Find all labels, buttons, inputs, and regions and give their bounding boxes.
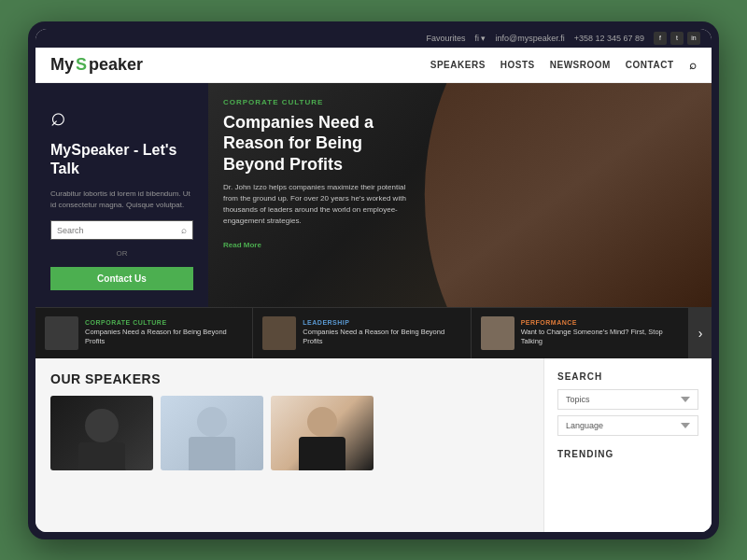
hero-description: Dr. John Izzo helps companies maximize t… xyxy=(223,182,410,227)
search-section-title: SEARCH xyxy=(557,371,698,382)
thumb-image-3 xyxy=(481,316,514,350)
thumb-text-2: LEADERSHIP Companies Need a Reason for B… xyxy=(303,319,460,346)
or-label: OR xyxy=(50,249,193,258)
speakers-section-title: OUR SPEAKERS xyxy=(50,371,529,386)
social-icons: f t in xyxy=(654,32,700,45)
thumb-image-2 xyxy=(262,316,296,350)
svg-rect-4 xyxy=(189,437,235,470)
hero-section: ⌕ MySpeaker - Let's Talk Curabitur lobor… xyxy=(35,83,712,307)
sidebar-right: SEARCH Topics Language TRENDING xyxy=(543,358,712,532)
topics-select[interactable]: Topics xyxy=(557,389,698,410)
hero-category-tag: CORPORATE CULTURE xyxy=(223,98,410,106)
screen: Favourites fi ▾ info@myspeaker.fi +358 1… xyxy=(35,29,712,532)
thumb-title-2: Companies Need a Reason for Being Beyond… xyxy=(303,328,460,346)
speakers-grid xyxy=(50,396,529,470)
twitter-icon[interactable]: t xyxy=(670,32,684,45)
thumb-tag-3: PERFORMANCE xyxy=(521,319,679,326)
hero-sidebar-title: MySpeaker - Let's Talk xyxy=(50,141,193,180)
hero-search-icon-large: ⌕ xyxy=(50,102,84,132)
thumbnails-next-button[interactable]: › xyxy=(689,308,712,358)
speaker-card-2[interactable] xyxy=(161,396,263,470)
search-submit-button[interactable]: ⌕ xyxy=(181,225,187,235)
language-select[interactable]: Language xyxy=(557,415,698,436)
thumb-text-3: PERFORMANCE Want to Change Someone's Min… xyxy=(521,319,679,346)
lower-section: OUR SPEAKERS xyxy=(35,358,712,532)
thumb-item-2[interactable]: LEADERSHIP Companies Need a Reason for B… xyxy=(253,308,471,358)
thumb-item-1[interactable]: CORPORATE CULTURE Companies Need a Reaso… xyxy=(35,308,253,358)
contact-us-button[interactable]: Contact Us xyxy=(50,267,193,290)
hero-title: Companies Need a Reason for Being Beyond… xyxy=(223,112,410,175)
svg-point-5 xyxy=(307,407,337,437)
tablet-frame: Favourites fi ▾ info@myspeaker.fi +358 1… xyxy=(28,21,719,539)
hero-search-box[interactable]: ⌕ xyxy=(50,220,193,240)
speaker-card-3[interactable] xyxy=(271,396,374,470)
logo[interactable]: MySpeaker xyxy=(50,55,143,75)
hero-main: CORPORATE CULTURE Companies Need a Reaso… xyxy=(208,83,712,307)
svg-rect-2 xyxy=(78,442,125,470)
speaker-card-1[interactable] xyxy=(50,396,153,470)
nav-hosts[interactable]: HOSTS xyxy=(500,60,535,70)
email-link[interactable]: info@myspeaker.fi xyxy=(496,34,565,43)
nav-newsroom[interactable]: NEWSROOM xyxy=(550,60,611,70)
thumb-tag-2: LEADERSHIP xyxy=(303,319,460,326)
hero-sidebar: ⌕ MySpeaker - Let's Talk Curabitur lobor… xyxy=(35,83,208,307)
thumbnails-bar: CORPORATE CULTURE Companies Need a Reaso… xyxy=(35,307,712,358)
read-more-link[interactable]: Read More xyxy=(223,241,261,249)
svg-point-1 xyxy=(85,409,119,442)
search-icon[interactable]: ⌕ xyxy=(689,58,698,72)
header: MySpeaker SPEAKERS HOSTS NEWSROOM CONTAC… xyxy=(35,48,712,83)
favourites-label: Favourites xyxy=(426,34,465,43)
search-input[interactable] xyxy=(57,226,177,235)
flag-selector[interactable]: fi ▾ xyxy=(474,34,486,43)
top-bar: Favourites fi ▾ info@myspeaker.fi +358 1… xyxy=(35,29,712,48)
thumb-item-3[interactable]: PERFORMANCE Want to Change Someone's Min… xyxy=(472,308,689,358)
facebook-icon[interactable]: f xyxy=(654,32,667,45)
thumb-title-3: Want to Change Someone's Mind? First, St… xyxy=(521,328,679,346)
thumb-title-1: Companies Need a Reason for Being Beyond… xyxy=(85,328,243,346)
hero-text-content: CORPORATE CULTURE Companies Need a Reaso… xyxy=(223,98,410,252)
thumb-image-1 xyxy=(45,316,78,350)
speakers-section: OUR SPEAKERS xyxy=(35,358,543,532)
linkedin-icon[interactable]: in xyxy=(687,32,700,45)
svg-point-3 xyxy=(197,407,227,437)
thumb-text-1: CORPORATE CULTURE Companies Need a Reaso… xyxy=(85,319,243,346)
trending-title: TRENDING xyxy=(557,449,698,459)
phone-number: +358 12 345 67 89 xyxy=(574,34,644,43)
svg-rect-6 xyxy=(299,437,345,470)
nav-speakers[interactable]: SPEAKERS xyxy=(430,60,486,70)
nav-contact[interactable]: CONTACT xyxy=(626,60,674,70)
logo-accent: S xyxy=(76,55,87,75)
nav-menu: SPEAKERS HOSTS NEWSROOM CONTACT ⌕ xyxy=(430,58,697,72)
hero-sidebar-body: Curabitur lobortis id lorem id bibendum.… xyxy=(50,189,193,211)
thumb-tag-1: CORPORATE CULTURE xyxy=(85,319,243,326)
hero-person-image xyxy=(410,83,712,307)
